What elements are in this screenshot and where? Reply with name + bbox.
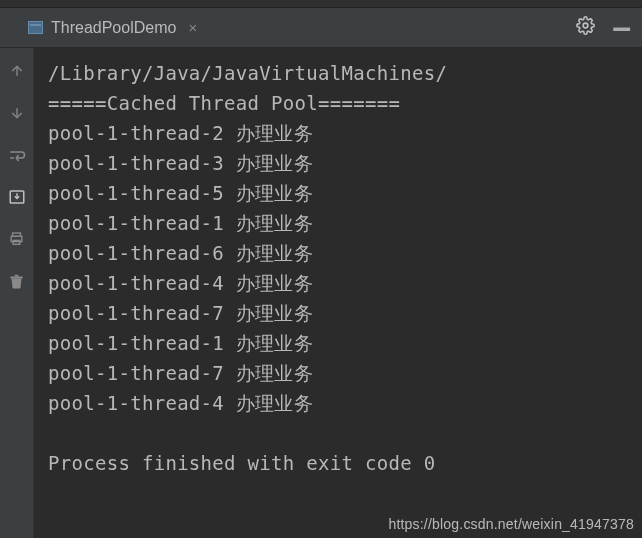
gear-icon[interactable] [576, 16, 595, 39]
body: /Library/Java/JavaVirtualMachines/ =====… [0, 48, 642, 538]
run-config-icon [28, 21, 43, 34]
console-line: pool-1-thread-6 办理业务 [48, 242, 313, 264]
tab-threadpooldemo[interactable]: ThreadPoolDemo × [18, 13, 207, 43]
console-output[interactable]: /Library/Java/JavaVirtualMachines/ =====… [34, 48, 642, 538]
console-line: pool-1-thread-4 办理业务 [48, 272, 313, 294]
tab-bar: ThreadPoolDemo × — [0, 8, 642, 48]
console-line: /Library/Java/JavaVirtualMachines/ [48, 62, 447, 84]
console-line: pool-1-thread-1 办理业务 [48, 332, 313, 354]
console-line: pool-1-thread-5 办理业务 [48, 182, 313, 204]
watermark: https://blog.csdn.net/weixin_41947378 [388, 516, 634, 532]
scroll-to-end-icon[interactable] [8, 188, 26, 206]
console-line: pool-1-thread-4 办理业务 [48, 392, 313, 414]
console-line: pool-1-thread-2 办理业务 [48, 122, 313, 144]
console-line: =====Cached Thread Pool======= [48, 92, 400, 114]
down-arrow-icon[interactable] [8, 104, 26, 122]
console-line: Process finished with exit code 0 [48, 452, 435, 474]
trash-icon[interactable] [8, 272, 26, 290]
tab-bar-actions: — [576, 16, 632, 39]
console-line: pool-1-thread-1 办理业务 [48, 212, 313, 234]
console-line: pool-1-thread-7 办理业务 [48, 302, 313, 324]
tab-title: ThreadPoolDemo [51, 19, 176, 37]
console-line: pool-1-thread-7 办理业务 [48, 362, 313, 384]
close-icon[interactable]: × [188, 19, 197, 36]
top-edge [0, 0, 642, 8]
gutter-toolbar [0, 48, 34, 538]
up-arrow-icon[interactable] [8, 62, 26, 80]
soft-wrap-icon[interactable] [8, 146, 26, 164]
print-icon[interactable] [8, 230, 26, 248]
svg-rect-5 [10, 276, 23, 278]
ide-run-tool-window: ThreadPoolDemo × — [0, 0, 642, 538]
svg-rect-6 [15, 274, 19, 276]
minimize-icon[interactable]: — [613, 23, 630, 33]
svg-point-0 [583, 23, 588, 28]
console-line: pool-1-thread-3 办理业务 [48, 152, 313, 174]
